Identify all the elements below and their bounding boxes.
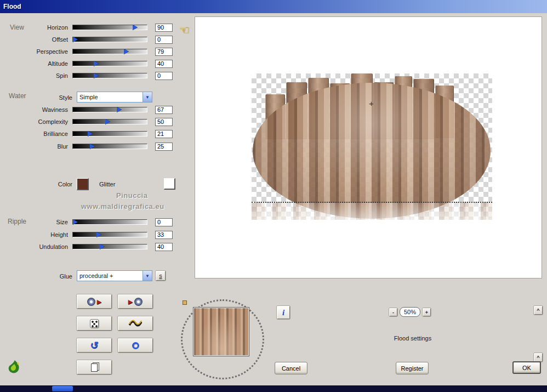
waviness-slider-marker[interactable] bbox=[117, 107, 122, 112]
undo-button[interactable]: ↺ bbox=[77, 338, 112, 353]
perspective-row: Perspective bbox=[0, 47, 184, 56]
size-value-input[interactable] bbox=[155, 218, 173, 226]
complexity-slider-marker[interactable] bbox=[105, 119, 110, 124]
open-preset-button[interactable]: ▶ bbox=[77, 294, 112, 309]
status-text: Flood settings bbox=[378, 335, 447, 342]
horizon-slider[interactable] bbox=[72, 25, 147, 30]
height-value-input[interactable] bbox=[155, 231, 173, 239]
flaming-pear-logo-icon bbox=[7, 360, 22, 375]
style-dropdown-value: Simple bbox=[77, 94, 143, 100]
horizon-row: Horizon bbox=[0, 23, 184, 32]
perspective-value-input[interactable] bbox=[155, 48, 173, 56]
style-label: Style bbox=[0, 94, 72, 101]
size-row: Size bbox=[0, 218, 184, 226]
spin-slider[interactable] bbox=[72, 73, 147, 78]
brilliance-slider-marker[interactable] bbox=[88, 131, 93, 137]
ring-handle[interactable] bbox=[183, 300, 187, 305]
zoom-in-button[interactable]: + bbox=[423, 308, 431, 316]
blur-slider-marker[interactable] bbox=[90, 144, 95, 149]
complexity-value-input[interactable] bbox=[155, 118, 173, 126]
glue-dropdown[interactable]: procedural + ▼ bbox=[77, 270, 152, 281]
zoom-out-button[interactable]: - bbox=[389, 308, 397, 316]
horizon-slider-marker[interactable] bbox=[133, 25, 138, 30]
height-slider[interactable] bbox=[72, 232, 147, 237]
undulation-slider[interactable] bbox=[72, 244, 147, 249]
color-swatch[interactable] bbox=[77, 178, 89, 190]
size-slider[interactable] bbox=[72, 219, 147, 225]
brilliance-label: Brilliance bbox=[0, 130, 72, 137]
perspective-slider-marker[interactable] bbox=[124, 49, 129, 54]
blur-slider[interactable] bbox=[72, 144, 147, 149]
register-button[interactable]: Register bbox=[396, 362, 429, 374]
style-dropdown[interactable]: Simple ▼ bbox=[77, 92, 152, 103]
reset-button[interactable] bbox=[118, 338, 153, 353]
preview-image[interactable]: + bbox=[252, 73, 492, 220]
panel-expand-bottom-button[interactable]: ^ bbox=[534, 353, 543, 362]
page-icon bbox=[91, 363, 98, 372]
altitude-slider[interactable] bbox=[72, 61, 147, 66]
flood-dialog: Flood View Horizon Offset Perspective Al… bbox=[0, 0, 547, 392]
disc-icon bbox=[87, 298, 95, 306]
disc-icon bbox=[134, 298, 143, 306]
height-label: Height bbox=[0, 231, 72, 238]
title-bar[interactable]: Flood bbox=[0, 0, 547, 13]
save-preset-button[interactable]: ▶ bbox=[118, 294, 153, 309]
complexity-row: Complexity bbox=[0, 117, 184, 126]
glitter-swatch[interactable] bbox=[164, 178, 175, 190]
preview-thumbnail[interactable] bbox=[193, 307, 249, 356]
altitude-row: Altitude bbox=[0, 59, 184, 68]
glitter-label: Glitter bbox=[99, 181, 132, 188]
preview-pane[interactable]: + bbox=[195, 16, 542, 279]
circle-icon bbox=[132, 342, 139, 349]
waviness-row: Waviness bbox=[0, 105, 184, 114]
altitude-value-input[interactable] bbox=[155, 60, 173, 68]
pointing-hand-cursor: ☜ bbox=[179, 23, 190, 37]
offset-slider[interactable] bbox=[72, 37, 147, 42]
waviness-label: Waviness bbox=[0, 106, 72, 113]
panel-expand-top-button[interactable]: ^ bbox=[534, 306, 543, 315]
waviness-slider[interactable] bbox=[72, 107, 147, 112]
watermark-line2: www.maldiregrafica.eu bbox=[81, 202, 164, 211]
size-slider-marker[interactable] bbox=[73, 219, 78, 225]
offset-label: Offset bbox=[0, 36, 72, 43]
perspective-label: Perspective bbox=[0, 48, 72, 55]
randomize-button[interactable] bbox=[77, 316, 112, 331]
zoom-level-value: 50% bbox=[400, 307, 420, 317]
offset-row: Offset bbox=[0, 35, 184, 44]
copy-settings-button[interactable] bbox=[77, 360, 112, 374]
seamless-button[interactable]: s bbox=[156, 271, 166, 281]
undo-arrow-icon: ↺ bbox=[90, 341, 98, 350]
wave-icon bbox=[129, 320, 142, 327]
complexity-slider[interactable] bbox=[72, 119, 147, 124]
offset-value-input[interactable] bbox=[155, 36, 173, 44]
wave-preset-button[interactable] bbox=[118, 316, 153, 331]
play-arrow-icon: ▶ bbox=[97, 299, 101, 305]
spin-value-input[interactable] bbox=[155, 72, 173, 80]
color-label: Color bbox=[0, 181, 72, 188]
waviness-value-input[interactable] bbox=[155, 106, 173, 114]
glue-dropdown-value: procedural + bbox=[77, 272, 143, 279]
brilliance-slider[interactable] bbox=[72, 131, 147, 137]
horizon-value-input[interactable] bbox=[155, 24, 173, 32]
blur-value-input[interactable] bbox=[155, 143, 173, 151]
altitude-slider-marker[interactable] bbox=[94, 61, 99, 66]
perspective-slider[interactable] bbox=[72, 49, 147, 54]
brilliance-value-input[interactable] bbox=[155, 130, 173, 138]
window-title: Flood bbox=[3, 3, 21, 10]
ok-button[interactable]: OK bbox=[512, 361, 541, 374]
altitude-label: Altitude bbox=[0, 60, 72, 67]
cancel-button[interactable]: Cancel bbox=[275, 362, 307, 374]
taskbar-segment bbox=[52, 386, 73, 391]
horizon-label: Horizon bbox=[0, 24, 72, 31]
undulation-value-input[interactable] bbox=[155, 243, 173, 251]
height-slider-marker[interactable] bbox=[96, 232, 101, 237]
spin-slider-marker[interactable] bbox=[94, 73, 99, 78]
info-button[interactable]: i bbox=[277, 306, 290, 319]
dice-icon bbox=[90, 319, 99, 328]
spin-row: Spin bbox=[0, 71, 184, 80]
chevron-down-icon[interactable]: ▼ bbox=[143, 92, 152, 102]
chevron-down-icon[interactable]: ▼ bbox=[143, 271, 152, 281]
offset-slider-marker[interactable] bbox=[73, 37, 78, 42]
glue-label: Glue bbox=[0, 273, 72, 280]
undulation-slider-marker[interactable] bbox=[100, 244, 105, 249]
